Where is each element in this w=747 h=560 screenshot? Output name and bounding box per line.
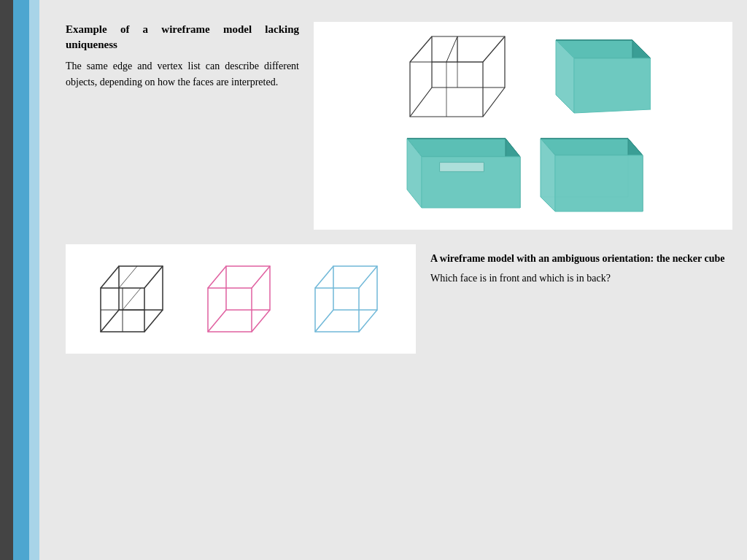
bottom-title: A wireframe model with an ambiguous orie… <box>430 252 732 266</box>
svg-line-33 <box>144 310 163 332</box>
dark-side-bar <box>0 0 13 560</box>
svg-line-48 <box>359 266 377 288</box>
svg-line-49 <box>359 310 377 332</box>
light-blue-side-bar <box>29 0 39 560</box>
svg-line-2 <box>410 36 432 62</box>
svg-marker-16 <box>407 139 520 157</box>
svg-line-44 <box>208 310 226 332</box>
bottom-text-block: A wireframe model with an ambiguous orie… <box>430 244 732 354</box>
svg-line-42 <box>252 266 270 288</box>
svg-line-41 <box>208 266 226 288</box>
top-section: Example of a wireframe model lacking uni… <box>66 22 732 230</box>
top-title: Example of a wireframe model lacking uni… <box>66 22 299 52</box>
svg-line-37 <box>119 266 137 288</box>
svg-marker-23 <box>541 139 643 155</box>
svg-line-31 <box>101 266 119 288</box>
wireframe-box-svg <box>395 29 527 124</box>
svg-marker-26 <box>555 155 643 211</box>
necker-cube-image-panel <box>66 244 416 354</box>
necker-cube-pink-svg <box>201 255 281 343</box>
svg-line-43 <box>252 310 270 332</box>
top-text-block: Example of a wireframe model lacking uni… <box>66 22 299 230</box>
svg-line-5 <box>410 88 432 117</box>
svg-line-4 <box>483 88 505 117</box>
svg-line-50 <box>315 310 333 332</box>
teal-boxes-image <box>314 22 732 230</box>
svg-rect-21 <box>440 163 484 171</box>
bottom-section: A wireframe model with an ambiguous orie… <box>66 244 732 354</box>
teal-open-box-bottom-right-svg <box>533 135 646 222</box>
svg-line-3 <box>483 36 505 62</box>
main-content: Example of a wireframe model lacking uni… <box>51 0 747 560</box>
svg-marker-14 <box>574 58 651 113</box>
top-body-text: The same edge and vertex list can descri… <box>66 58 299 90</box>
blue-side-bar <box>13 0 29 560</box>
svg-line-47 <box>315 266 333 288</box>
necker-cube-blue-svg <box>308 255 388 343</box>
svg-line-6 <box>446 36 457 62</box>
svg-line-38 <box>123 288 141 310</box>
necker-cube-black-svg <box>93 255 174 343</box>
teal-open-box-bottom-left-svg <box>400 135 522 222</box>
teal-open-box-top-right-svg <box>538 29 651 124</box>
svg-line-34 <box>101 310 119 332</box>
svg-line-32 <box>144 266 163 288</box>
bottom-body-text: Which face is in front and which is in b… <box>430 271 732 286</box>
